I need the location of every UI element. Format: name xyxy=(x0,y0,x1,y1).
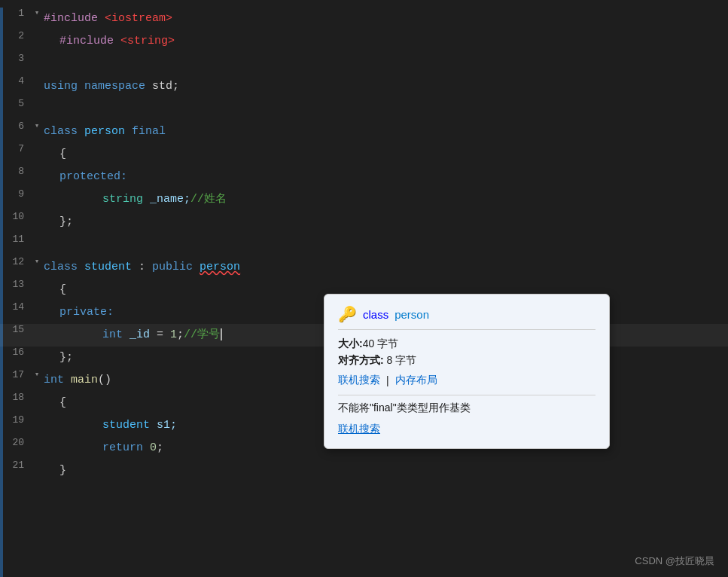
tooltip-link-memory[interactable]: 内存布局 xyxy=(395,374,437,387)
token: _name; xyxy=(150,193,190,206)
line-content-11 xyxy=(44,234,728,256)
line-number-17: 17 xyxy=(0,369,30,380)
line-number-14: 14 xyxy=(0,301,30,313)
token: person xyxy=(200,261,240,273)
line-content-2: #include <string> xyxy=(59,30,728,53)
token: student xyxy=(84,261,132,273)
line-number-3: 3 xyxy=(0,53,30,64)
tooltip-typename: person xyxy=(394,308,429,321)
token: }; xyxy=(59,215,73,228)
token: { xyxy=(59,396,66,409)
token: : xyxy=(132,261,152,273)
code-line-2: 2 #include <string> xyxy=(0,30,728,53)
code-line-11: 11 xyxy=(0,234,728,256)
line-number-19: 19 xyxy=(0,414,30,426)
tooltip-keyword: class xyxy=(363,308,388,321)
token: string xyxy=(102,193,143,206)
token: protected: xyxy=(59,170,127,183)
tooltip-size-row: 大小:40 字节 xyxy=(338,337,595,351)
line-number-18: 18 xyxy=(0,392,30,403)
line-number-5: 5 xyxy=(0,98,30,109)
token: }; xyxy=(59,351,73,364)
token: using xyxy=(44,80,78,93)
line-content-8: protected: xyxy=(59,166,728,188)
int-keyword: int xyxy=(102,328,123,341)
tooltip-bottom-link[interactable]: 联机搜索 xyxy=(338,423,380,435)
code-line-8: 8 protected: xyxy=(0,166,728,188)
fold-arrow-17[interactable] xyxy=(30,369,44,379)
token: //学号 xyxy=(184,328,220,341)
line-number-12: 12 xyxy=(0,256,30,267)
code-line-9: 9 string _name;//姓名 xyxy=(0,188,728,211)
line-number-8: 8 xyxy=(0,166,30,177)
token: ; xyxy=(177,328,184,341)
line-number-1: 1 xyxy=(0,8,30,19)
token: <string> xyxy=(120,35,175,47)
tooltip-error-text: 不能将"final"类类型用作基类 xyxy=(338,401,595,415)
token: student xyxy=(102,419,150,432)
fold-arrow-6[interactable] xyxy=(30,121,44,130)
tooltip-links-row: 联机搜索 | 内存布局 xyxy=(338,374,595,387)
token: () xyxy=(98,374,111,386)
tooltip-size-value: 40 字节 xyxy=(363,337,398,350)
line-number-20: 20 xyxy=(0,437,30,448)
cursor xyxy=(221,328,222,340)
code-line-1: 1 #include <iostream> xyxy=(0,8,728,30)
tooltip-box: 🔑 class person 大小:40 字节 对齐方式: 8 字节 联机搜索 … xyxy=(324,294,610,449)
code-line-10: 10 }; xyxy=(0,211,728,234)
tooltip-align-value: 8 字节 xyxy=(387,354,417,366)
token: s1; xyxy=(157,419,177,432)
token: public xyxy=(152,261,193,273)
line-number-10: 10 xyxy=(0,211,30,222)
code-line-7: 7 { xyxy=(0,143,728,166)
line-number-11: 11 xyxy=(0,234,30,245)
line-content-9: string _name;//姓名 xyxy=(75,188,728,211)
token: { xyxy=(59,283,66,296)
token: person xyxy=(84,125,125,138)
token: main xyxy=(71,374,98,386)
line-content-3 xyxy=(44,53,728,75)
tooltip-icon: 🔑 xyxy=(338,305,357,323)
token: } xyxy=(59,464,66,477)
line-number-21: 21 xyxy=(0,459,30,471)
code-line-12: 12 class student : public person xyxy=(0,256,728,279)
token: = xyxy=(150,328,170,341)
line-number-2: 2 xyxy=(0,30,30,41)
line-content-10: }; xyxy=(59,211,728,234)
tooltip-align-label: 对齐方式: xyxy=(338,354,384,366)
token: namespace xyxy=(84,80,145,93)
line-number-7: 7 xyxy=(0,143,30,154)
line-content-12: class student : public person xyxy=(44,256,728,279)
line-number-15: 15 xyxy=(0,324,30,335)
line-content-7: { xyxy=(59,143,728,166)
token: private: xyxy=(59,306,114,319)
token: <iostream> xyxy=(105,12,172,25)
token: return xyxy=(102,441,143,454)
line-content-1: #include <iostream> xyxy=(44,8,728,30)
fold-arrow-1[interactable] xyxy=(30,8,44,17)
line-content-4: using namespace std; xyxy=(44,75,728,98)
code-line-4: 4 using namespace std; xyxy=(0,75,728,98)
token: class xyxy=(44,261,78,273)
tooltip-separator: | xyxy=(386,374,389,386)
token: { xyxy=(59,148,66,160)
tooltip-align-row: 对齐方式: 8 字节 xyxy=(338,354,595,368)
token: #include xyxy=(59,35,114,47)
token: 0 xyxy=(150,441,157,454)
token: ; xyxy=(157,441,163,454)
token: _id xyxy=(129,328,150,341)
line-number-6: 6 xyxy=(0,121,30,132)
line-number-4: 4 xyxy=(0,75,30,87)
token: final xyxy=(132,125,166,138)
tooltip-link-search[interactable]: 联机搜索 xyxy=(338,374,380,387)
token: class xyxy=(44,125,78,138)
fold-arrow-12[interactable] xyxy=(30,256,44,266)
line-number-16: 16 xyxy=(0,347,30,358)
code-line-6: 6 class person final xyxy=(0,121,728,143)
token: std; xyxy=(145,80,179,93)
code-line-21: 21 } xyxy=(0,459,728,482)
line-number-13: 13 xyxy=(0,279,30,290)
code-line-3: 3 xyxy=(0,53,728,75)
token: 1 xyxy=(170,328,177,341)
code-line-5: 5 xyxy=(0,98,728,121)
